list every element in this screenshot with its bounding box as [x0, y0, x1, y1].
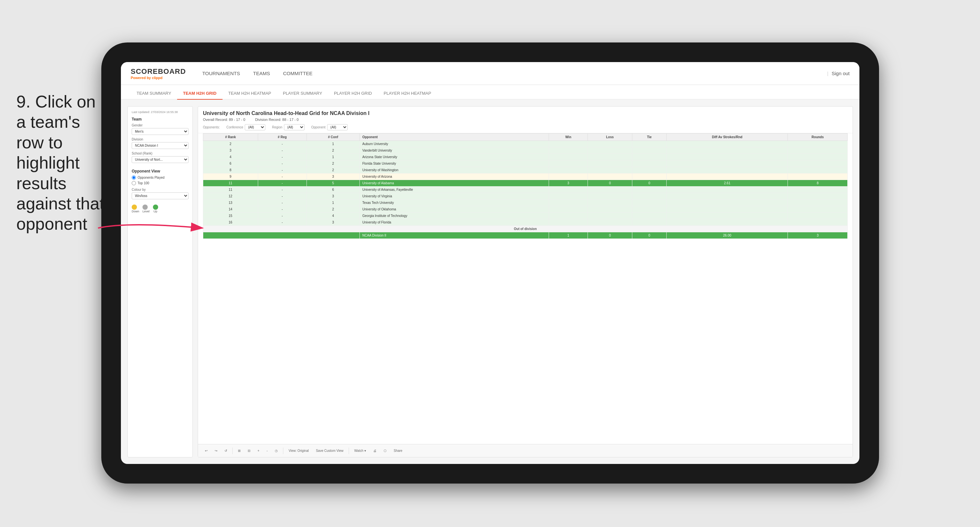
cell-tie — [632, 154, 666, 161]
table-row[interactable]: 15 - 4 Georgia Institute of Technology — [203, 213, 848, 219]
watch-button[interactable]: Watch ▾ — [352, 448, 368, 454]
cell-opponent: University of Arizona — [360, 174, 549, 180]
cell-opponent: Texas Tech University — [360, 200, 549, 206]
legend-level-dot — [143, 205, 148, 210]
table-row[interactable]: 4 - 1 Arizona State University — [203, 154, 848, 161]
cell-win — [549, 200, 588, 206]
view-original-button[interactable]: View: Original — [286, 448, 311, 454]
cell-rank: 13 — [203, 200, 258, 206]
nav-tournaments[interactable]: TOURNAMENTS — [202, 69, 240, 78]
bottom-toolbar: ↩ ↪ ↺ ⊞ ⊟ + - ◷ View: Original Save Cust… — [198, 444, 853, 457]
col-rank: # Rank — [203, 134, 258, 141]
top-nav: SCOREBOARD Powered by clippd TOURNAMENTS… — [121, 62, 859, 85]
cell-reg: - — [258, 193, 307, 200]
radio-top-100[interactable]: Top 100 — [132, 181, 189, 185]
grid-expand-button[interactable]: ⊞ — [236, 448, 242, 454]
cell-loss — [588, 213, 632, 219]
cell-rounds — [788, 147, 848, 154]
tab-team-h2h-heatmap[interactable]: TEAM H2H HEATMAP — [223, 88, 277, 100]
share-button[interactable]: Share — [392, 448, 404, 454]
cell-opponent: Arizona State University — [360, 154, 549, 161]
cell-loss — [588, 219, 632, 226]
division-record: Division Record: 88 - 17 - 0 — [255, 118, 299, 121]
cell-rounds — [788, 186, 848, 193]
logo-powered: Powered by clippd — [131, 76, 186, 80]
zoom-out-button[interactable]: - — [265, 448, 270, 454]
cell-rank: 2 — [203, 141, 258, 147]
tab-team-summary[interactable]: TEAM SUMMARY — [131, 88, 177, 100]
cell-loss — [588, 206, 632, 213]
col-rounds: Rounds — [788, 134, 848, 141]
table-row[interactable]: 11 - 5 University of Alabama 3 0 0 2.61 … — [203, 180, 848, 186]
cell-loss — [588, 167, 632, 174]
section-header-row: Out of division — [203, 226, 848, 232]
cell-rank: 4 — [203, 154, 258, 161]
undo-button[interactable]: ↩ — [203, 448, 210, 454]
cell-conf: 1 — [307, 154, 360, 161]
table-row[interactable]: 9 - 3 University of Arizona — [203, 174, 848, 180]
cell-diff — [667, 147, 788, 154]
cell-opponent: Georgia Institute of Technology — [360, 213, 549, 219]
radio-opponents-played[interactable]: Opponents Played — [132, 175, 189, 180]
cell-loss — [588, 193, 632, 200]
cell-diff — [667, 213, 788, 219]
cell-tie — [632, 219, 666, 226]
tab-player-h2h-grid[interactable]: PLAYER H2H GRID — [328, 88, 378, 100]
cell-rounds — [788, 141, 848, 147]
division-select[interactable]: NCAA Division I — [132, 142, 189, 149]
time-button[interactable]: ◷ — [273, 448, 280, 454]
share-icon-button[interactable]: ⬡ — [382, 448, 388, 454]
opponent-select[interactable]: (All) — [327, 124, 348, 131]
cell-diff — [667, 161, 788, 167]
table-row[interactable]: 11 - 6 University of Arkansas, Fayettevi… — [203, 186, 848, 193]
table-row[interactable]: 13 - 1 Texas Tech University — [203, 200, 848, 206]
cell-win — [549, 186, 588, 193]
table-row[interactable]: 12 - 3 University of Virginia — [203, 193, 848, 200]
cell-rank: 12 — [203, 193, 258, 200]
tab-player-h2h-heatmap[interactable]: PLAYER H2H HEATMAP — [378, 88, 437, 100]
cell-conf: 5 — [307, 180, 360, 186]
cell-win — [549, 193, 588, 200]
instruction-text: 9. Click on a team's row to highlight re… — [16, 91, 108, 234]
overall-record: Overall Record: 89 - 17 - 0 — [203, 118, 245, 121]
colour-by-select[interactable]: Win/loss — [132, 193, 189, 199]
cell-rank: 11 — [203, 186, 258, 193]
table-row[interactable]: 6 - 2 Florida State University — [203, 161, 848, 167]
school-rank-label: School (Rank) — [132, 151, 189, 155]
table-row[interactable]: 8 - 2 University of Washington — [203, 167, 848, 174]
cell-win — [549, 167, 588, 174]
grid-table-wrapper: # Rank # Reg # Conf Opponent Win Loss Ti… — [198, 133, 853, 444]
table-row[interactable]: 16 - 3 University of Florida — [203, 219, 848, 226]
cell-conf: 2 — [307, 147, 360, 154]
grid-collapse-button[interactable]: ⊟ — [246, 448, 252, 454]
table-row[interactable]: 14 - 2 University of Oklahoma — [203, 206, 848, 213]
region-select[interactable]: (All) — [284, 124, 305, 131]
cell-rank: 14 — [203, 206, 258, 213]
sign-out-button[interactable]: Sign out — [832, 69, 850, 78]
redo-button[interactable]: ↪ — [213, 448, 219, 454]
right-panel: University of North Carolina Head-to-Hea… — [198, 106, 853, 457]
zoom-in-button[interactable]: + — [256, 448, 261, 454]
cell-reg: - — [258, 154, 307, 161]
cell-rounds: 8 — [788, 180, 848, 186]
refresh-button[interactable]: ↺ — [223, 448, 229, 454]
opponents-filter-label: Opponents: — [203, 126, 220, 129]
opponent-filter: Opponent (All) — [311, 124, 348, 131]
school-rank-select[interactable]: University of Nort... — [132, 156, 189, 163]
cell-diff — [667, 167, 788, 174]
nav-committee[interactable]: COMMITTEE — [283, 69, 312, 78]
tab-team-h2h-grid[interactable]: TEAM H2H GRID — [177, 88, 223, 100]
out-of-division-row[interactable]: NCAA Division II 1 0 0 26.00 3 — [203, 232, 848, 239]
table-row[interactable]: 2 - 1 Auburn University — [203, 141, 848, 147]
conference-select[interactable]: (All) — [245, 124, 265, 131]
col-conf: # Conf — [307, 134, 360, 141]
cell-rank: 16 — [203, 219, 258, 226]
print-button[interactable]: 🖨 — [371, 448, 379, 454]
gender-select[interactable]: Men's — [132, 128, 189, 135]
tab-player-summary[interactable]: PLAYER SUMMARY — [277, 88, 328, 100]
cell-rounds — [788, 167, 848, 174]
save-custom-view-button[interactable]: Save Custom View — [314, 448, 345, 454]
nav-teams[interactable]: TEAMS — [253, 69, 270, 78]
table-row[interactable]: 3 - 2 Vanderbilt University — [203, 147, 848, 154]
cell-tie — [632, 141, 666, 147]
